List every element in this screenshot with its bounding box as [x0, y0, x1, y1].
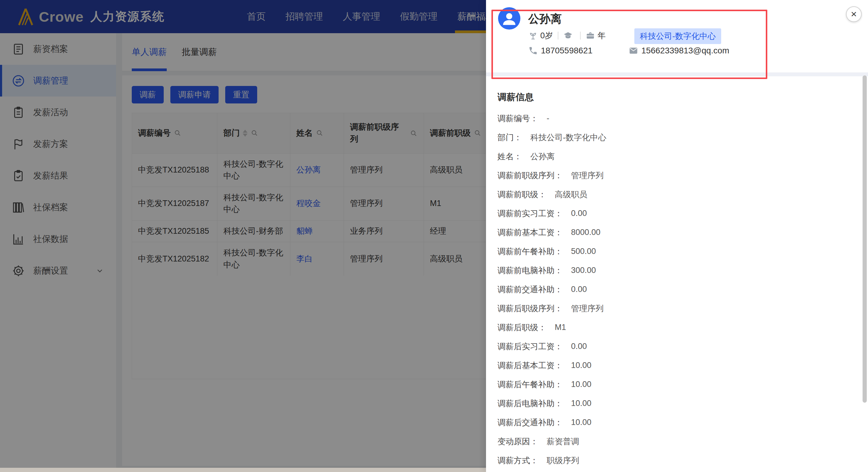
field-row: 调薪前基本工资：8000.00: [497, 223, 859, 242]
field-value: 0.00: [571, 209, 587, 218]
field-label: 调薪后实习工资：: [497, 341, 563, 352]
field-row: 调薪前午餐补助：500.00: [497, 242, 859, 261]
field-row: 申请人：15440947858458000: [497, 470, 859, 472]
employee-detail-drawer: 公孙离 0岁 年 科技公司-数字化中心 18705598621: [486, 0, 868, 472]
field-label: 调薪后交通补助：: [497, 417, 563, 428]
drawer-scrollbar[interactable]: [863, 76, 867, 403]
field-row: 调薪后交通补助：10.00: [497, 413, 859, 432]
employee-service-years: 年: [597, 30, 606, 41]
divider: [580, 32, 581, 39]
field-label: 姓名：: [497, 151, 522, 162]
field-label: 调薪前电脑补助：: [497, 265, 563, 276]
field-row: 调薪后实习工资：0.00: [497, 337, 859, 356]
email-icon: [629, 46, 638, 56]
employee-meta-row: 0岁 年: [528, 30, 606, 41]
field-value: 薪资普调: [547, 436, 579, 447]
field-value: 管理序列: [571, 170, 603, 181]
avatar: [498, 7, 520, 30]
field-label: 调薪前午餐补助：: [497, 246, 563, 257]
employee-name: 公孙离: [528, 11, 562, 27]
field-value: 500.00: [571, 247, 596, 256]
field-label: 调薪后电脑补助：: [497, 398, 563, 409]
field-value: 职级序列: [547, 455, 579, 466]
field-label: 调薪后职级：: [497, 322, 546, 333]
field-value: 10.00: [571, 380, 592, 389]
app-screen: Crowe 人力资源系统 首页 招聘管理 人事管理 假勤管理 薪酬福利 薪资档案…: [0, 0, 868, 472]
modal-overlay[interactable]: [0, 0, 486, 472]
field-label: 调薪编号：: [497, 113, 538, 124]
field-value: M1: [555, 323, 566, 332]
field-value: 科技公司-数字化中心: [530, 132, 606, 143]
field-label: 部门：: [497, 132, 522, 143]
department-tag: 科技公司-数字化中心: [634, 28, 721, 44]
field-value: 8000.00: [571, 228, 600, 237]
field-row: 姓名：公孙离: [497, 147, 859, 166]
field-label: 调薪后基本工资：: [497, 360, 563, 371]
field-row: 调薪方式：职级序列: [497, 451, 859, 470]
field-label: 调薪前职级序列：: [497, 170, 563, 181]
field-value: 0.00: [571, 285, 587, 294]
field-label: 调薪前交通补助：: [497, 284, 563, 295]
field-row: 调薪后电脑补助：10.00: [497, 394, 859, 413]
phone-icon: [528, 46, 538, 56]
divider: [558, 32, 558, 39]
adjustment-fields: 调薪编号：- 部门：科技公司-数字化中心 姓名：公孙离 调薪前职级序列：管理序列…: [497, 109, 859, 472]
field-value: 10.00: [571, 418, 592, 427]
field-value: 10.00: [571, 361, 592, 370]
field-label: 调薪前实习工资：: [497, 208, 563, 219]
employee-contact-row: 18705598621 15662339813@qq.com: [528, 46, 729, 56]
field-label: 调薪后职级序列：: [497, 303, 563, 314]
employee-phone: 18705598621: [541, 46, 592, 56]
close-button[interactable]: ×: [846, 6, 862, 22]
person-icon: [500, 10, 518, 27]
field-row: 变动原因：薪资普调: [497, 432, 859, 451]
field-label: 变动原因：: [497, 436, 538, 447]
field-label: 调薪前职级：: [497, 189, 546, 200]
drawer-body: 调薪信息 调薪编号：- 部门：科技公司-数字化中心 姓名：公孙离 调薪前职级序列…: [497, 76, 859, 472]
field-value: -: [547, 114, 549, 123]
field-row: 调薪后职级序列：管理序列: [497, 299, 859, 318]
field-row: 调薪前电脑补助：300.00: [497, 261, 859, 280]
field-value: 公孙离: [530, 151, 555, 162]
field-value: 0.00: [571, 342, 587, 351]
field-value: 300.00: [571, 266, 596, 275]
field-value: 高级职员: [555, 189, 587, 200]
field-row: 调薪编号：-: [497, 109, 859, 128]
field-row: 调薪后基本工资：10.00: [497, 356, 859, 375]
horizontal-scrollbar[interactable]: [0, 468, 486, 472]
field-row: 调薪后午餐补助：10.00: [497, 375, 859, 394]
work-years-icon: [586, 31, 595, 40]
field-value: 管理序列: [571, 303, 603, 314]
field-row: 调薪前职级序列：管理序列: [497, 166, 859, 185]
field-label: 调薪前基本工资：: [497, 227, 563, 238]
employee-email: 15662339813@qq.com: [641, 46, 729, 56]
employee-age: 0岁: [540, 30, 553, 41]
field-row: 调薪前交通补助：0.00: [497, 280, 859, 299]
field-row: 调薪后职级：M1: [497, 318, 859, 337]
field-row: 调薪前职级：高级职员: [497, 185, 859, 204]
field-row: 部门：科技公司-数字化中心: [497, 128, 859, 147]
age-icon: [528, 31, 538, 40]
field-row: 调薪前实习工资：0.00: [497, 204, 859, 223]
field-value: 10.00: [571, 399, 592, 408]
education-icon: [563, 31, 573, 40]
field-label: 调薪后午餐补助：: [497, 379, 563, 390]
section-title: 调薪信息: [497, 91, 859, 104]
field-label: 调薪方式：: [497, 455, 538, 466]
